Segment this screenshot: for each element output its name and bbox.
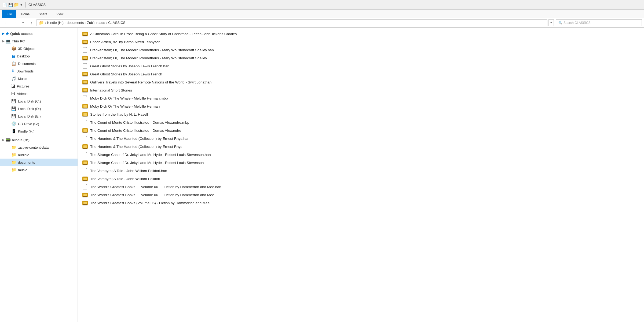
chevron-icon-this-pc: ▶	[2, 39, 4, 43]
sidebar-item-local-disk-e[interactable]: 💾 Local Disk (E:)	[0, 112, 78, 120]
sidebar-item-active-content[interactable]: 📁 .active-content-data	[0, 144, 78, 151]
path-segment-documents[interactable]: documents	[67, 21, 84, 25]
ribbon-tabs: File Home Share View	[0, 10, 644, 18]
sidebar-item-desktop[interactable]: 🖥 Desktop	[0, 52, 78, 60]
sidebar-item-videos[interactable]: 🎞 Videos	[0, 90, 78, 97]
file-name-9: Moby Dick Or The Whale - Melville Herman	[90, 104, 160, 108]
sidebar-label-desktop: Desktop	[17, 54, 30, 58]
file-item-8[interactable]: Moby Dick Or The Whale - Melville Herman…	[78, 94, 644, 102]
file-icon-21	[82, 200, 88, 205]
file-item-6[interactable]: Gullivers Travels into Several Remote Na…	[78, 78, 644, 86]
up-button[interactable]: ↑	[28, 19, 35, 26]
sidebar-label-3d-objects: 3D Objects	[18, 47, 35, 51]
sidebar-label-music-kindle: music	[18, 168, 27, 172]
file-name-18: The Vampyre; A Tale - John William Polid…	[90, 177, 160, 181]
file-name-1: Enoch Arden, &c. by Baron Alfred Tennyso…	[90, 40, 160, 44]
sidebar-item-this-pc[interactable]: ▶ 💻 This PC	[0, 37, 78, 45]
chevron-down-icon-quick-access: ▶	[2, 32, 4, 35]
page-icon: 📄	[2, 2, 7, 7]
file-item-0[interactable]: A Christmas Carol in Prose Being a Ghost…	[78, 30, 644, 38]
file-icon-3	[82, 56, 88, 60]
sidebar-item-kindle-h-section[interactable]: ▶ 📟 Kindle (H:)	[0, 136, 78, 144]
file-icon-12	[82, 128, 88, 133]
file-name-2: Frankenstein; Or, The Modern Prometheus …	[90, 48, 214, 52]
file-item-12[interactable]: The Count of Monte Cristo Illustrated - …	[78, 126, 644, 134]
sidebar-item-downloads[interactable]: ⬇ Downloads	[0, 67, 78, 75]
file-item-3[interactable]: Frankenstein; Or, The Modern Prometheus …	[78, 54, 644, 62]
recent-locations-button[interactable]: ▾	[19, 19, 27, 26]
forward-button[interactable]: →	[11, 19, 18, 26]
downloads-icon: ⬇	[11, 69, 15, 74]
file-item-5[interactable]: Great Ghost Stories by Joseph Lewis Fren…	[78, 70, 644, 78]
sidebar-label-quick-access: Quick access	[10, 32, 32, 36]
kindle-h-drive-icon: 📱	[11, 129, 16, 134]
sidebar-item-quick-access[interactable]: ▶ ★ Quick access	[0, 30, 78, 37]
file-icon-1	[82, 39, 88, 44]
file-item-13[interactable]: The Haunters & The Haunted (Collection) …	[78, 134, 644, 142]
this-pc-icon: 💻	[5, 39, 11, 44]
file-item-7[interactable]: International Short Stories	[78, 86, 644, 94]
address-path[interactable]: 📁 › Kindle (H:) › documents › Zub's read…	[36, 19, 547, 26]
file-name-5: Great Ghost Stories by Joseph Lewis Fren…	[90, 72, 162, 76]
file-item-11[interactable]: The Count of Monte Cristo Illustrated - …	[78, 118, 644, 126]
sidebar-item-3d-objects[interactable]: 📦 3D Objects	[0, 45, 78, 52]
sidebar-item-audible[interactable]: 📁 audible	[0, 151, 78, 159]
file-item-21[interactable]: The World's Greatest Books (Volume 06) -…	[78, 199, 644, 207]
search-box[interactable]: 🔍 Search CLASSICS	[556, 19, 642, 26]
file-item-18[interactable]: The Vampyre; A Tale - John William Polid…	[78, 175, 644, 183]
tab-share[interactable]: Share	[34, 10, 52, 18]
tab-view[interactable]: View	[52, 10, 68, 18]
sidebar-item-documents[interactable]: 📋 Documents	[0, 60, 78, 67]
desktop-icon: 🖥	[11, 54, 15, 58]
file-item-17[interactable]: The Vampyre; A Tale - John William Polid…	[78, 167, 644, 175]
folder-icon: 📁	[14, 2, 19, 7]
file-item-14[interactable]: The Haunters & The Haunted (Collection) …	[78, 142, 644, 151]
file-item-15[interactable]: The Strange Case of Dr. Jekyll and Mr. H…	[78, 151, 644, 159]
music-icon: 🎵	[11, 76, 16, 81]
path-arrow-3: ›	[106, 21, 107, 24]
path-segment-kindle-h[interactable]: Kindle (H:)	[47, 21, 64, 25]
sidebar-item-music[interactable]: 🎵 Music	[0, 75, 78, 82]
title-bar-icons: 📄 💾 📁 ▼	[2, 2, 23, 7]
title-separator	[25, 2, 26, 8]
sidebar-item-pictures[interactable]: 🖼 Pictures	[0, 82, 78, 90]
documents-icon: 📋	[11, 61, 16, 66]
tab-file[interactable]: File	[2, 10, 16, 18]
address-folder-icon: 📁	[39, 20, 44, 25]
window-title: CLASSICS	[28, 3, 46, 7]
sidebar-item-cd-drive-g[interactable]: 💿 CD Drive (G:)	[0, 120, 78, 127]
file-item-20[interactable]: The World's Greatest Books — Volume 06 —…	[78, 191, 644, 199]
path-segment-classics[interactable]: CLASSICS	[108, 21, 125, 25]
file-icon-15	[82, 152, 88, 157]
kindle-device-icon: 📟	[5, 137, 11, 142]
path-segment-zubs-reads[interactable]: Zub's reads	[87, 21, 105, 25]
file-name-16: The Strange Case of Dr. Jekyll and Mr. H…	[90, 161, 204, 165]
pictures-icon: 🖼	[11, 84, 15, 89]
file-item-1[interactable]: Enoch Arden, &c. by Baron Alfred Tennyso…	[78, 38, 644, 46]
address-dropdown-btn[interactable]: ▾	[548, 19, 554, 26]
sidebar-label-local-disk-d: Local Disk (D:)	[18, 107, 41, 111]
file-name-11: The Count of Monte Cristo Illustrated - …	[90, 120, 189, 125]
tab-home[interactable]: Home	[16, 10, 34, 18]
file-item-16[interactable]: The Strange Case of Dr. Jekyll and Mr. H…	[78, 159, 644, 167]
sidebar-item-local-disk-c[interactable]: 💾 Local Disk (C:)	[0, 97, 78, 105]
file-icon-14	[82, 144, 88, 149]
sidebar-item-documents-kindle[interactable]: 📁 documents	[0, 159, 78, 166]
path-arrow-1: ›	[65, 21, 66, 24]
file-item-10[interactable]: Stories from the Iliad by H. L. Havell	[78, 110, 644, 118]
file-item-4[interactable]: Great Ghost Stories by Joseph Lewis Fren…	[78, 62, 644, 70]
back-button[interactable]: ←	[2, 19, 10, 26]
file-item-19[interactable]: The World's Greatest Books — Volume 06 —…	[78, 183, 644, 191]
sidebar-item-kindle-h-drive[interactable]: 📱 Kindle (H:)	[0, 127, 78, 135]
sidebar-label-kindle-h: Kindle (H:)	[12, 138, 30, 142]
sidebar-item-music-kindle[interactable]: 📁 music	[0, 166, 78, 174]
sidebar-label-this-pc: This PC	[12, 39, 25, 43]
title-dropdown-btn[interactable]: ▼	[20, 3, 23, 6]
sidebar-label-local-disk-c: Local Disk (C:)	[18, 99, 41, 103]
file-item-2[interactable]: Frankenstein; Or, The Modern Prometheus …	[78, 46, 644, 54]
sidebar-item-local-disk-d[interactable]: 💾 Local Disk (D:)	[0, 105, 78, 112]
file-name-21: The World's Greatest Books (Volume 06) -…	[90, 201, 210, 205]
file-item-9[interactable]: Moby Dick Or The Whale - Melville Herman	[78, 102, 644, 110]
file-name-0: A Christmas Carol in Prose Being a Ghost…	[90, 32, 237, 36]
file-name-8: Moby Dick Or The Whale - Melville Herman…	[90, 96, 168, 100]
